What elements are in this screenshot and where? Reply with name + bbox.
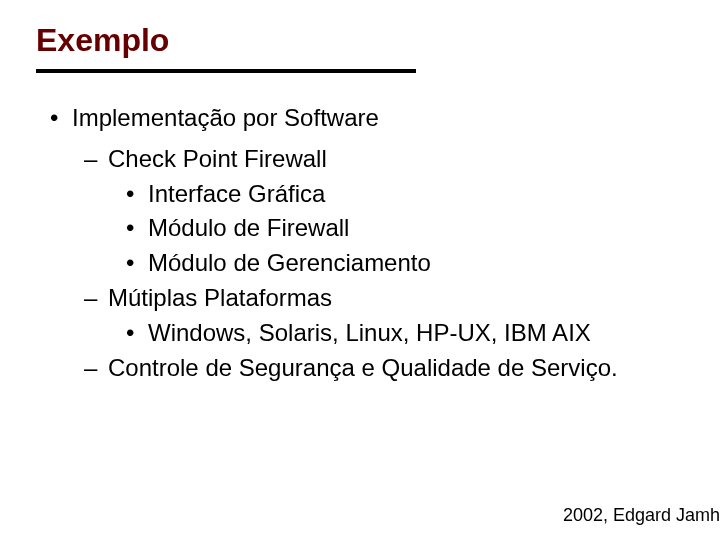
bullet-level3: •Windows, Solaris, Linux, HP-UX, IBM AIX bbox=[36, 316, 684, 351]
level3-text: Módulo de Firewall bbox=[148, 214, 349, 241]
bullet-level1: •Implementação por Software bbox=[36, 101, 684, 136]
bullet-level2: –Check Point Firewall bbox=[36, 142, 684, 177]
bullet-dot-icon: • bbox=[50, 101, 72, 136]
level3-text: Windows, Solaris, Linux, HP-UX, IBM AIX bbox=[148, 319, 591, 346]
bullet-dot-icon: • bbox=[126, 177, 148, 212]
dash-icon: – bbox=[84, 351, 108, 386]
footer-text: 2002, Edgard Jamh bbox=[563, 505, 720, 526]
bullet-level3: •Módulo de Firewall bbox=[36, 211, 684, 246]
dash-icon: – bbox=[84, 281, 108, 316]
bullet-dot-icon: • bbox=[126, 316, 148, 351]
content-area: •Implementação por Software –Check Point… bbox=[36, 101, 684, 385]
bullet-dot-icon: • bbox=[126, 211, 148, 246]
level2-text: Mútiplas Plataformas bbox=[108, 284, 332, 311]
bullet-level2: –Controle de Segurança e Qualidade de Se… bbox=[36, 351, 684, 386]
bullet-level3: •Interface Gráfica bbox=[36, 177, 684, 212]
title-underline bbox=[36, 69, 416, 73]
dash-icon: – bbox=[84, 142, 108, 177]
level3-text: Interface Gráfica bbox=[148, 180, 325, 207]
level1-text: Implementação por Software bbox=[72, 104, 379, 131]
bullet-dot-icon: • bbox=[126, 246, 148, 281]
level3-text: Módulo de Gerenciamento bbox=[148, 249, 431, 276]
slide: Exemplo •Implementação por Software –Che… bbox=[0, 0, 720, 540]
bullet-level2: –Mútiplas Plataformas bbox=[36, 281, 684, 316]
level2-text: Controle de Segurança e Qualidade de Ser… bbox=[108, 354, 618, 381]
bullet-level3: •Módulo de Gerenciamento bbox=[36, 246, 684, 281]
level2-text: Check Point Firewall bbox=[108, 145, 327, 172]
slide-title: Exemplo bbox=[36, 22, 684, 59]
